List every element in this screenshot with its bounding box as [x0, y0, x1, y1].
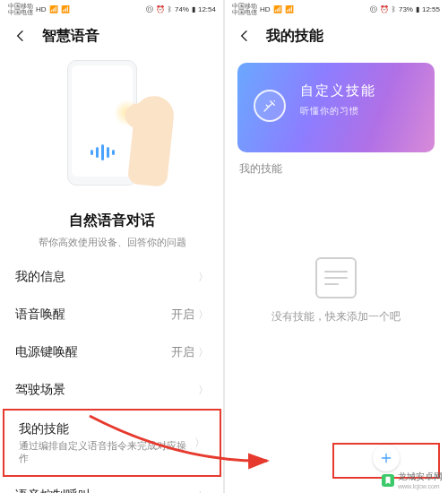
voice-wave-icon [90, 144, 115, 160]
item-label: 我的技能 [19, 421, 69, 437]
screen-my-skills: 中国移动中国电信 HD 📶 📶 ⓝ ⏰ ᛒ 73% ▮ 12:55 我的技能 自… [225, 0, 447, 484]
item-power-wake[interactable]: 电源键唤醒 开启〉 [1, 333, 223, 371]
header: 智慧语音 [1, 16, 223, 56]
page-title: 我的技能 [266, 27, 323, 46]
back-button[interactable] [237, 29, 252, 43]
status-bar: 中国移动中国电信 HD 📶 📶 ⓝ ⏰ ᛒ 73% ▮ 12:55 [225, 0, 447, 16]
signal-icon: 📶 [273, 5, 282, 13]
nfc-icon: ⓝ [146, 4, 153, 14]
hero-illustration [1, 56, 223, 208]
clock-label: 12:55 [422, 5, 440, 13]
status-bar: 中国移动中国电信 HD 📶 📶 ⓝ ⏰ ᛒ 74% ▮ 12:54 [1, 0, 223, 16]
item-driving-scene[interactable]: 驾驶场景 〉 [1, 371, 223, 409]
hd-icon: HD [260, 5, 271, 13]
empty-text: 没有技能，快来添加一个吧 [271, 309, 401, 324]
watermark-logo-icon [382, 474, 394, 487]
chevron-right-icon: 〉 [198, 383, 209, 398]
chevron-right-icon: 〉 [194, 436, 205, 451]
card-subtitle: 听懂你的习惯 [300, 105, 420, 117]
item-label: 我的信息 [15, 269, 65, 285]
watermark-url: www.lcjcw.com [398, 483, 443, 489]
page-title: 智慧语音 [42, 27, 99, 46]
watermark-name: 龙城安卓网 [398, 471, 443, 483]
signal-icon: 📶 [49, 5, 58, 13]
carrier-label: 中国移动中国电信 [232, 3, 257, 15]
watermark: 龙城安卓网 www.lcjcw.com [382, 471, 443, 489]
hd-icon: HD [36, 5, 47, 13]
alarm-icon: ⏰ [380, 5, 389, 13]
alarm-icon: ⏰ [156, 5, 165, 13]
battery-icon: ▮ [416, 5, 419, 13]
empty-state: 没有技能，快来添加一个吧 [225, 257, 447, 324]
card-title: 自定义技能 [300, 82, 420, 99]
clock-label: 12:54 [198, 5, 216, 13]
item-label: 语音唤醒 [15, 307, 65, 323]
battery-label: 74% [175, 5, 189, 13]
bluetooth-icon: ᛒ [168, 5, 172, 13]
document-icon [315, 257, 357, 298]
add-skill-button[interactable] [373, 445, 400, 471]
signal-icon: 📶 [61, 5, 70, 13]
bluetooth-icon: ᛒ [392, 5, 396, 13]
battery-icon: ▮ [192, 5, 195, 13]
item-my-skills[interactable]: 我的技能 通过编排自定义语音指令来完成对应操作 〉 [4, 411, 220, 475]
battery-label: 73% [399, 5, 413, 13]
item-value: 开启 [171, 307, 194, 323]
section-label: 我的技能 [225, 152, 447, 177]
custom-skill-card[interactable]: 自定义技能 听懂你的习惯 [237, 63, 435, 152]
chevron-right-icon: 〉 [198, 345, 209, 360]
magic-wand-icon [254, 90, 286, 122]
screen-smart-voice: 中国移动中国电信 HD 📶 📶 ⓝ ⏰ ᛒ 74% ▮ 12:54 智慧语音 自… [1, 0, 223, 484]
back-button[interactable] [13, 29, 28, 43]
item-label: 驾驶场景 [15, 382, 65, 398]
chevron-right-icon: 〉 [198, 270, 209, 285]
item-value: 开启 [171, 344, 194, 360]
chevron-right-icon: 〉 [198, 307, 209, 323]
hero-subtitle: 帮你高效使用设备、回答你的问题 [1, 236, 223, 249]
header: 我的技能 [225, 16, 447, 56]
highlight-my-skills: 我的技能 通过编排自定义语音指令来完成对应操作 〉 [3, 409, 221, 477]
item-label: 电源键唤醒 [15, 344, 78, 360]
settings-list: 我的信息 〉 语音唤醒 开启〉 电源键唤醒 开启〉 驾驶场景 〉 我的技能 通过… [1, 258, 223, 493]
item-sublabel: 通过编排自定义语音指令来完成对应操作 [19, 439, 193, 464]
nfc-icon: ⓝ [370, 4, 377, 14]
chevron-right-icon: 〉 [198, 489, 209, 494]
item-voice-wake[interactable]: 语音唤醒 开启〉 [1, 296, 223, 333]
carrier-label: 中国移动中国电信 [8, 3, 33, 15]
item-label: 语音控制呼叫 [15, 488, 90, 493]
item-voice-call-control[interactable]: 语音控制呼叫 〉 [1, 477, 223, 493]
svg-point-0 [274, 100, 276, 102]
item-my-info[interactable]: 我的信息 〉 [1, 258, 223, 296]
hero-title: 自然语音对话 [1, 212, 223, 230]
signal-icon: 📶 [285, 5, 294, 13]
